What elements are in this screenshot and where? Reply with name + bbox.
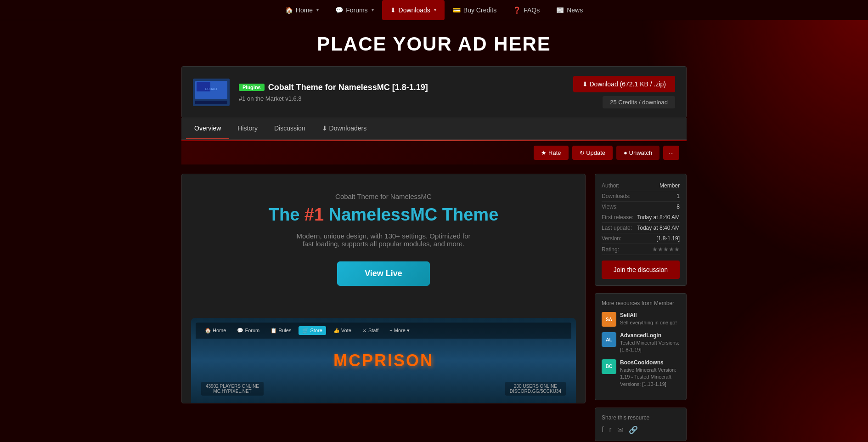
nav-faqs[interactable]: ❓ FAQs <box>505 0 548 20</box>
showcase-title: The #1 NamelessMC Theme <box>196 205 571 225</box>
svg-text:COBALT: COBALT <box>205 87 218 91</box>
resource-item-sellall[interactable]: SA SellAll Sell everything in one go! <box>602 312 680 327</box>
meta-author-label: Author: <box>602 182 620 189</box>
resource-item-sellall-desc: Sell everything in one go! <box>620 319 680 326</box>
main-content: Cobalt Theme for NamelessMC The #1 Namel… <box>181 174 586 403</box>
nav-buy-credits[interactable]: 💳 Buy Credits <box>445 0 505 20</box>
preview-nav-rules: 📋 Rules <box>267 326 295 335</box>
meta-downloads-label: Downloads: <box>602 193 631 199</box>
nav-home-label: Home <box>296 6 313 14</box>
meta-rating-label: Rating: <box>602 246 619 253</box>
tab-overview[interactable]: Overview <box>186 118 229 139</box>
update-button[interactable]: ↻ Update <box>572 146 613 160</box>
resource-name: Cobalt Theme for NamelessMC [1.8-1.19] <box>268 83 428 92</box>
meta-author-value: Member <box>659 182 680 189</box>
buy-credits-icon: 💳 <box>453 6 461 14</box>
resource-subtitle: #1 on the Market v1.6.3 <box>239 95 564 102</box>
resource-title-row: Plugins Cobalt Theme for NamelessMC [1.8… <box>239 83 564 92</box>
preview-nav-more: + More ▾ <box>386 326 413 335</box>
nav-downloads[interactable]: ⬇ Downloads ▾ <box>382 0 445 20</box>
meta-author: Author: Member <box>602 181 680 191</box>
downloads-arrow: ▾ <box>434 7 436 12</box>
resource-item-advancedlogin[interactable]: AL AdvancedLogin Tested Minecraft Versio… <box>602 332 680 354</box>
nav-forums[interactable]: 💬 Forums ▾ <box>327 0 382 20</box>
content-area: Cobalt Theme for NamelessMC The #1 Namel… <box>181 164 687 442</box>
sidebar: Author: Member Downloads: 1 Views: 8 Fir… <box>595 174 687 441</box>
stat-users-discord: DISCORD.GG/5CCKU34 <box>510 389 561 394</box>
more-button[interactable]: ··· <box>663 146 679 160</box>
main-nav: 🏠 Home ▾ 💬 Forums ▾ ⬇ Downloads ▾ 💳 Buy … <box>0 0 868 20</box>
meta-views: Views: 8 <box>602 202 680 212</box>
resource-item-advancedlogin-name: AdvancedLogin <box>620 332 680 339</box>
resource-info: Plugins Cobalt Theme for NamelessMC [1.8… <box>239 83 564 102</box>
join-discussion-button[interactable]: Join the discussion <box>602 261 680 279</box>
resource-item-booscooldowns-name: BoosCooldowns <box>620 359 680 366</box>
tab-discussion-label: Discussion <box>274 125 305 132</box>
showcase-subtitle: Cobalt Theme for NamelessMC <box>196 193 571 200</box>
meta-last-update: Last update: Today at 8:40 AM <box>602 223 680 233</box>
nav-home[interactable]: 🏠 Home ▾ <box>277 0 327 20</box>
resource-item-sellall-name: SellAll <box>620 312 680 318</box>
mcprison-logo: MCPRISON <box>333 351 434 370</box>
share-reddit-icon[interactable]: r <box>609 425 611 434</box>
tab-overview-label: Overview <box>194 125 221 132</box>
meta-last-update-value: Today at 8:40 AM <box>637 225 680 231</box>
resource-thumbnail: COBALT <box>193 79 230 106</box>
preview-nav-forum: 💬 Forum <box>233 326 263 335</box>
tab-history[interactable]: History <box>229 118 266 139</box>
stat-players-server: MC.HYPIXEL.NET <box>206 389 259 394</box>
action-bar: ★ Rate ↻ Update ● Unwatch ··· <box>181 141 687 164</box>
resource-avatar-advancedlogin: AL <box>602 332 616 347</box>
meta-views-label: Views: <box>602 204 618 210</box>
stat-users: 200 USERS ONLINE DISCORD.GG/5CCKU34 <box>505 382 566 396</box>
credits-info: 25 Credits / download <box>603 96 675 108</box>
resource-item-advancedlogin-desc: Tested Minecraft Versions: [1.8-1.19] <box>620 340 680 354</box>
meta-last-update-label: Last update: <box>602 225 632 231</box>
downloads-icon: ⬇ <box>390 6 396 14</box>
share-facebook-icon[interactable]: f <box>602 425 603 434</box>
resource-avatar-sellall: SA <box>602 312 616 327</box>
tab-downloaders-label: ⬇ Downloaders <box>322 125 367 132</box>
share-section: Share this resource f r ✉ 🔗 <box>595 408 687 441</box>
screenshot-preview: 🏠 Home 💬 Forum 📋 Rules 🛒 Store 👍 Vote ⚔ … <box>191 318 576 403</box>
tab-discussion[interactable]: Discussion <box>266 118 314 139</box>
nav-downloads-label: Downloads <box>399 6 430 14</box>
meta-first-release-value: Today at 8:40 AM <box>637 214 680 221</box>
nav-forums-label: Forums <box>346 6 367 14</box>
share-icons: f r ✉ 🔗 <box>602 425 680 434</box>
share-title: Share this resource <box>602 414 680 421</box>
download-button[interactable]: ⬇ Download (672.1 KB / .zip) <box>573 76 675 92</box>
faqs-icon: ❓ <box>513 6 521 14</box>
tabs-bar: Overview History Discussion ⬇ Downloader… <box>181 118 687 140</box>
plugin-badge: Plugins <box>239 84 265 91</box>
meta-version: Version: [1.8-1.19] <box>602 233 680 244</box>
preview-nav-home: 🏠 Home <box>201 326 230 335</box>
share-link-icon[interactable]: 🔗 <box>629 425 638 434</box>
stat-users-count: 200 USERS ONLINE <box>510 384 561 389</box>
meta-version-label: Version: <box>602 235 621 242</box>
share-email-icon[interactable]: ✉ <box>617 425 623 434</box>
more-resources-title: More resources from Member <box>602 300 680 306</box>
meta-downloads-value: 1 <box>676 193 680 199</box>
view-live-button[interactable]: View Live <box>337 261 430 286</box>
rate-button[interactable]: ★ Rate <box>534 146 568 160</box>
preview-nav-store: 🛒 Store <box>299 326 326 335</box>
ad-banner[interactable]: PLACE YOUR AD HERE <box>0 20 868 66</box>
preview-nav-vote: 👍 Vote <box>330 326 355 335</box>
resource-item-booscooldowns-desc: Native Minecraft Version: 1.19 - Tested … <box>620 367 680 388</box>
nav-news[interactable]: 📰 News <box>548 0 591 20</box>
preview-content: MCPRISON <box>196 342 571 379</box>
meta-first-release-label: First release: <box>602 214 633 221</box>
tab-downloaders[interactable]: ⬇ Downloaders <box>314 118 375 139</box>
unwatch-button[interactable]: ● Unwatch <box>616 146 659 160</box>
sidebar-meta: Author: Member Downloads: 1 Views: 8 Fir… <box>595 174 687 286</box>
home-icon: 🏠 <box>285 6 293 14</box>
meta-downloads: Downloads: 1 <box>602 191 680 202</box>
resource-item-booscooldowns[interactable]: BC BoosCooldowns Native Minecraft Versio… <box>602 359 680 388</box>
resource-item-advancedlogin-info: AdvancedLogin Tested Minecraft Versions:… <box>620 332 680 354</box>
stat-players-count: 43902 PLAYERS ONLINE <box>206 384 259 389</box>
resource-item-sellall-info: SellAll Sell everything in one go! <box>620 312 680 327</box>
home-arrow: ▾ <box>316 7 319 12</box>
meta-rating: Rating: ★★★★★ <box>602 244 680 255</box>
nav-faqs-label: FAQs <box>524 6 540 14</box>
